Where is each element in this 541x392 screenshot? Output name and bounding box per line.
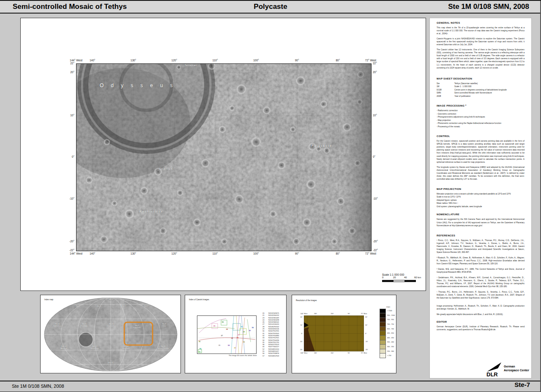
res-lon-tick-bottom: 90°	[348, 352, 350, 354]
footer-divider	[0, 381, 541, 381]
lat-tick-left: 22°	[70, 62, 74, 65]
res-lat-tick-right: 20°	[365, 316, 367, 318]
legend-range: 700 - 750	[387, 323, 394, 325]
resolution-map	[304, 315, 364, 351]
lat-tick-right: 22°	[373, 62, 377, 65]
legend-row: 350 - 400	[380, 340, 395, 345]
credits-line2: We greatly appreciate helpful discussion…	[437, 313, 525, 316]
lon-tick-top: 72° West	[365, 59, 376, 62]
designation-desc: Semi-controlled Mosaic with Nomenclature	[454, 91, 492, 95]
legend-row: 300 - 350	[380, 345, 395, 349]
lat-tick-left: -20°	[69, 240, 74, 243]
legend-range: 750 - 950	[387, 319, 394, 321]
footer-sheet-number: Ste-7	[514, 381, 530, 388]
processing-item: - Photogrammetric adjustment using limb-…	[437, 115, 525, 119]
lon-tick-bottom: 140°	[90, 252, 95, 255]
quad-label-ste-11: Ste-11Ithaca Chasma	[158, 345, 169, 350]
quad-id: Ste-1	[109, 299, 113, 301]
footprint-number: 35	[219, 344, 220, 346]
res-lat-tick-left: 20°	[301, 316, 303, 318]
reference-item: ⁵ Thomas, P.C., Burns, J.A., Helfenstein…	[437, 291, 525, 299]
legend-range: 950 - 1500	[387, 315, 395, 316]
legend-swatch	[380, 353, 386, 358]
footprint-caption: The image 40 covers the whole sheet	[229, 354, 257, 356]
res-lon-tick-top: 130°	[314, 313, 317, 315]
res-lon-tick-bottom: 72° West	[361, 352, 367, 354]
res-lat-tick-right: 0°	[365, 333, 366, 334]
quad-label-ste-7: Ste-7Polycaste	[133, 325, 140, 329]
quad-name: Penelope	[81, 325, 88, 327]
res-lon-tick-bottom: 110°	[331, 352, 333, 354]
quad-label-ste-6: Ste-6Circe	[162, 323, 166, 327]
footprint-number: 57	[199, 351, 200, 353]
res-lat-tick-left: -10°	[300, 341, 303, 343]
res-lat-tick-right: 10°	[365, 324, 367, 326]
footprint-number: 33	[237, 337, 238, 339]
image-id-list: 20N153234367521N153235619223N15323654692…	[262, 312, 279, 357]
feature-label-teiresias: Teiresias	[185, 64, 197, 66]
projection-title: MAP PROJECTION	[437, 188, 525, 190]
footprint-number: 30	[243, 341, 245, 343]
footprint-number: 34	[228, 344, 230, 346]
lat-tick-left: 20°	[70, 71, 74, 74]
projection-line: Mercator projection onto a secant cylind…	[437, 192, 525, 196]
general-notes-title: GENERAL NOTES	[437, 22, 525, 24]
quad-label-ste-10: Ste-10Salmoneus	[53, 323, 62, 327]
legend-row: 450 - 650	[380, 331, 395, 336]
designation-abbr: 2008	[437, 95, 454, 98]
designation-abbr: 0/108	[437, 88, 454, 92]
designation-title: MAP SHEET DESIGNATION	[437, 77, 525, 80]
legend-title: m/pix	[386, 306, 390, 308]
feature-label-icarius: Icarius	[160, 167, 173, 170]
control-p1: For the Cassini mission, spacecraft posi…	[437, 140, 525, 163]
feature-label-amphinomus: Amphinomus	[139, 210, 163, 213]
lat-tick-left: 0°	[72, 155, 74, 158]
footer-sheet-code: Ste 1M 0/108 SMN, 2008	[12, 384, 64, 389]
lon-tick-top: 140°	[90, 59, 95, 62]
image-number: 57	[262, 355, 268, 357]
lat-tick-right: -10°	[373, 197, 378, 200]
scale-bar-block: Scale 1:1 000 000 0204060 km	[379, 273, 425, 282]
scale-numbers: 0204060 km	[379, 276, 425, 280]
legend-range: > 1500	[387, 310, 392, 312]
footprint-number: 52	[241, 326, 243, 328]
control-title: CONTROL	[437, 135, 525, 137]
res-lon-tick-top: 110°	[331, 313, 333, 315]
image-id: N1556812903	[268, 355, 279, 357]
legend-range: 400 - 450	[387, 337, 394, 339]
footprint-number: 29	[243, 331, 245, 333]
scale-tick: 20	[393, 276, 396, 279]
res-lon-tick-bottom: 144° West	[301, 352, 308, 354]
projection-line: Mean radius: 536.3 km ⁵	[437, 202, 525, 205]
quad-id: Ste-2	[144, 305, 148, 307]
lon-tick-bottom: 100°	[253, 252, 259, 255]
quad-id: Ste-5	[76, 305, 80, 307]
projection-line: Adopted figure: sphere	[437, 199, 525, 202]
quad-id: Ste-4	[97, 305, 101, 307]
image-list-row: 57N1556812903	[262, 355, 279, 357]
legend-range: 250 - 300	[387, 351, 394, 352]
quad-label-ste-1: Ste-1	[109, 299, 113, 301]
footprint-number: 26	[226, 328, 228, 330]
lat-tick-right: 10°	[373, 114, 377, 117]
quad-name: Salmoneus	[53, 325, 62, 327]
designation-row: SteTethys (Saturnian satellite)	[437, 82, 525, 85]
quad-name: Polycaste	[133, 327, 140, 329]
quad-name: Hermione	[122, 348, 129, 350]
lon-tick-top: 80°	[336, 59, 340, 62]
designation-row: 0/108Center point in degrees consisting …	[437, 88, 525, 92]
processing-item: - Processing of the mosaic	[437, 125, 525, 129]
quad-label-ste-13: Ste-13Melanthius	[90, 345, 98, 350]
lon-tick-bottom: 144° West	[70, 252, 82, 255]
legend-range: < 250	[387, 355, 391, 356]
dlr-name: German Aerospace Center	[504, 365, 529, 373]
resolution-label: Resolution of the images	[296, 299, 317, 302]
quad-label-ste-14: Ste-14Antinous	[60, 345, 67, 350]
projection-lines: Mercator projection onto a secant cylind…	[437, 192, 525, 208]
lon-tick-top: 120°	[172, 59, 177, 62]
footprint-diagram: 552452564026293227283330363534212057	[197, 315, 257, 354]
designation-desc: Center point in degrees consisting of la…	[454, 88, 507, 92]
legend-row: 400 - 450	[380, 336, 395, 340]
lat-tick-right: 0°	[373, 155, 375, 158]
quad-label-ste-4: Ste-4	[97, 305, 101, 307]
